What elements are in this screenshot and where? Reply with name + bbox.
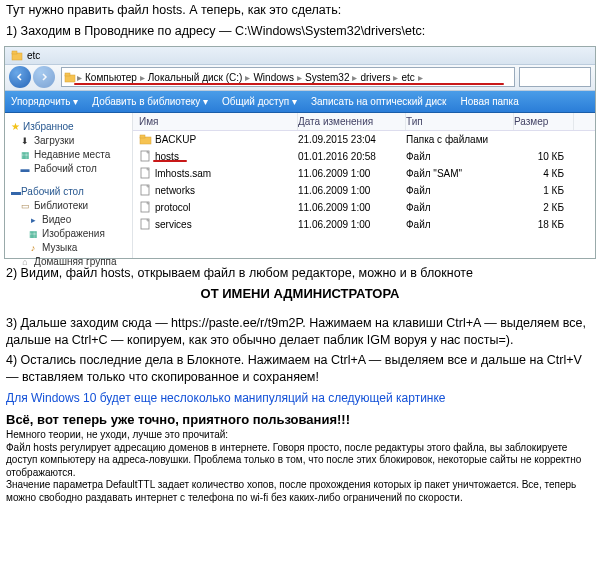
file-name: lmhosts.sam bbox=[155, 168, 211, 179]
theory-l2: Файл hosts регулирует адресацию доменов … bbox=[6, 442, 594, 480]
crumb[interactable]: Локальный диск (C:) bbox=[146, 72, 245, 83]
sidebar-item-label: Рабочий стол bbox=[34, 163, 97, 174]
sidebar-item-video[interactable]: ▸Видео bbox=[11, 213, 126, 227]
sidebar-group: ★Избранное bbox=[11, 121, 126, 132]
table-row[interactable]: services11.06.2009 1:00Файл18 КБ bbox=[133, 216, 595, 233]
share-menu[interactable]: Общий доступ ▾ bbox=[222, 96, 297, 107]
star-icon: ★ bbox=[11, 121, 20, 132]
svg-rect-1 bbox=[12, 51, 17, 54]
sidebar-item-images[interactable]: ▦Изображения bbox=[11, 227, 126, 241]
final-text: Всё, вот теперь уже точно, приятного пол… bbox=[0, 408, 600, 429]
file-size: 10 КБ bbox=[514, 151, 574, 162]
win10-text: Для Windows 10 будет еще неслоколько ман… bbox=[0, 388, 600, 408]
arrow-left-icon bbox=[16, 73, 24, 81]
library-icon: ▭ bbox=[19, 200, 31, 212]
file-type: Файл bbox=[406, 185, 514, 196]
crumb[interactable]: Компьютер bbox=[83, 72, 139, 83]
file-date: 11.06.2009 1:00 bbox=[298, 219, 406, 230]
step3-text: 3) Дальше заходим сюда — https://paste.e… bbox=[0, 313, 600, 351]
crumb[interactable]: Windows bbox=[251, 72, 296, 83]
admin-text: ОТ ИМЕНИ АДМИНИСТРАТОРА bbox=[0, 284, 600, 307]
sidebar-item-desktop[interactable]: ▬Рабочий стол bbox=[11, 162, 126, 176]
explorer-window: etc ▸ Компьютер▸ Локальный диск (C:)▸ Wi… bbox=[4, 46, 596, 259]
intro-line-1: Тут нужно править файл hosts. А теперь, … bbox=[0, 0, 600, 21]
table-row[interactable]: lmhosts.sam11.06.2009 1:00Файл "SAM"4 КБ bbox=[133, 165, 595, 182]
file-type: Файл bbox=[406, 202, 514, 213]
file-icon bbox=[139, 184, 152, 197]
file-name: hosts bbox=[155, 151, 179, 162]
theory-l1: Немного теории, не уходи, лучше это проч… bbox=[6, 429, 594, 442]
file-type: Файл bbox=[406, 151, 514, 162]
file-name: BACKUP bbox=[155, 134, 196, 145]
file-type: Папка с файлами bbox=[406, 134, 514, 145]
sidebar-group-label: Рабочий стол bbox=[21, 186, 84, 197]
file-type: Файл bbox=[406, 219, 514, 230]
folder-icon bbox=[64, 72, 76, 83]
file-date: 11.06.2009 1:00 bbox=[298, 168, 406, 179]
newfolder-button[interactable]: Новая папка bbox=[460, 96, 518, 107]
arrow-right-icon bbox=[40, 73, 48, 81]
crumb[interactable]: etc bbox=[399, 72, 416, 83]
file-list: Имя Дата изменения Тип Размер BACKUP21.0… bbox=[133, 113, 595, 258]
file-icon bbox=[139, 218, 152, 231]
burn-button[interactable]: Записать на оптический диск bbox=[311, 96, 446, 107]
sidebar-group: ▬Рабочий стол bbox=[11, 186, 126, 197]
file-date: 11.06.2009 1:00 bbox=[298, 185, 406, 196]
sidebar-item-label: Музыка bbox=[42, 242, 77, 253]
address-bar[interactable]: ▸ Компьютер▸ Локальный диск (C:)▸ Window… bbox=[61, 67, 515, 87]
desktop-icon: ▬ bbox=[19, 163, 31, 175]
file-size: 18 КБ bbox=[514, 219, 574, 230]
recent-icon: ▦ bbox=[19, 149, 31, 161]
download-icon: ⬇ bbox=[19, 135, 31, 147]
table-row[interactable]: hosts01.01.2016 20:58Файл10 КБ bbox=[133, 148, 595, 165]
file-size: 4 КБ bbox=[514, 168, 574, 179]
table-row[interactable]: BACKUP21.09.2015 23:04Папка с файлами bbox=[133, 131, 595, 148]
sidebar-item-music[interactable]: ♪Музыка bbox=[11, 241, 126, 255]
sidebar-item-libraries[interactable]: ▭Библиотеки bbox=[11, 199, 126, 213]
svg-rect-5 bbox=[140, 135, 145, 138]
theory-block: Немного теории, не уходи, лучше это проч… bbox=[0, 429, 600, 504]
table-row[interactable]: networks11.06.2009 1:00Файл1 КБ bbox=[133, 182, 595, 199]
window-title: etc bbox=[27, 50, 40, 61]
file-header: Имя Дата изменения Тип Размер bbox=[133, 113, 595, 131]
nav-bar: ▸ Компьютер▸ Локальный диск (C:)▸ Window… bbox=[5, 65, 595, 91]
back-button[interactable] bbox=[9, 66, 31, 88]
crumb[interactable]: System32 bbox=[303, 72, 351, 83]
file-date: 21.09.2015 23:04 bbox=[298, 134, 406, 145]
file-type: Файл "SAM" bbox=[406, 168, 514, 179]
file-date: 01.01.2016 20:58 bbox=[298, 151, 406, 162]
file-icon bbox=[139, 201, 152, 214]
addlib-menu[interactable]: Добавить в библиотеку ▾ bbox=[92, 96, 208, 107]
forward-button[interactable] bbox=[33, 66, 55, 88]
file-name: protocol bbox=[155, 202, 191, 213]
folder-icon bbox=[11, 50, 23, 61]
column-type[interactable]: Тип bbox=[406, 113, 514, 130]
table-row[interactable]: protocol11.06.2009 1:00Файл2 КБ bbox=[133, 199, 595, 216]
crumb[interactable]: drivers bbox=[358, 72, 392, 83]
folder-icon bbox=[139, 133, 152, 146]
image-icon: ▦ bbox=[27, 228, 39, 240]
theory-l3: Значение параметра DefaultTTL задает кол… bbox=[6, 479, 594, 504]
sidebar-item-recent[interactable]: ▦Недавние места bbox=[11, 148, 126, 162]
video-icon: ▸ bbox=[27, 214, 39, 226]
sidebar-item-downloads[interactable]: ⬇Загрузки bbox=[11, 134, 126, 148]
column-size[interactable]: Размер bbox=[514, 113, 574, 130]
file-icon bbox=[139, 167, 152, 180]
organize-menu[interactable]: Упорядочить ▾ bbox=[11, 96, 78, 107]
sidebar-item-label: Библиотеки bbox=[34, 200, 88, 211]
sidebar: ★Избранное ⬇Загрузки ▦Недавние места ▬Ра… bbox=[5, 113, 133, 258]
step4-text: 4) Остались последние дела в Блокноте. Н… bbox=[0, 350, 600, 388]
file-size: 1 КБ bbox=[514, 185, 574, 196]
step2-text: 2) Видим, файл hosts, открываем файл в л… bbox=[0, 263, 600, 284]
tool-bar: Упорядочить ▾ Добавить в библиотеку ▾ Об… bbox=[5, 91, 595, 113]
sidebar-item-label: Изображения bbox=[42, 228, 105, 239]
column-name[interactable]: Имя bbox=[133, 113, 298, 130]
column-date[interactable]: Дата изменения bbox=[298, 113, 406, 130]
search-box[interactable] bbox=[519, 67, 591, 87]
sidebar-group-label: Избранное bbox=[23, 121, 74, 132]
sidebar-item-label: Видео bbox=[42, 214, 71, 225]
svg-rect-3 bbox=[65, 73, 70, 76]
title-bar: etc bbox=[5, 47, 595, 65]
file-name: services bbox=[155, 219, 192, 230]
sidebar-item-label: Загрузки bbox=[34, 135, 74, 146]
